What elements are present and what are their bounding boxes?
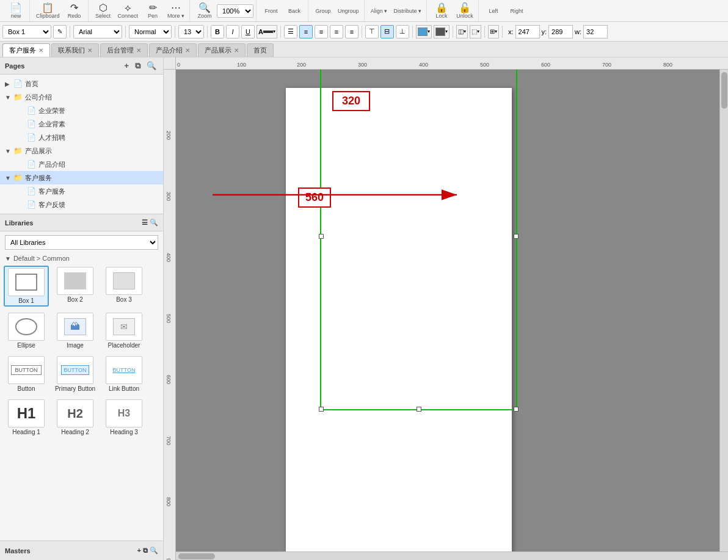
- lock-button[interactable]: 🔒 Lock: [431, 2, 453, 20]
- tree-item-home[interactable]: ▶ 📄 首页: [0, 77, 163, 90]
- tab-close-product-show[interactable]: ✕: [234, 47, 239, 54]
- fill-color-control[interactable]: ▾: [416, 25, 432, 38]
- tab-home[interactable]: 首页: [247, 43, 274, 57]
- scroll-thumb-vertical[interactable]: [721, 72, 727, 109]
- tab-close-contact-us[interactable]: ✕: [87, 47, 92, 54]
- element-properties-button[interactable]: ✎: [53, 25, 67, 38]
- tab-contact-us[interactable]: 联系我们 ✕: [51, 43, 99, 57]
- font-family-select[interactable]: Arial: [73, 25, 122, 38]
- group-button[interactable]: Group: [312, 2, 334, 20]
- coord-w-input[interactable]: [583, 25, 608, 38]
- back-button[interactable]: Back: [283, 2, 305, 20]
- new-file-button[interactable]: 📄 new: [5, 2, 27, 20]
- lib-item-link-button[interactable]: BUTTON Link Button: [101, 355, 147, 393]
- lib-menu-button[interactable]: ☰: [142, 219, 148, 226]
- lib-item-button[interactable]: BUTTON Button: [4, 355, 49, 393]
- tab-product-intro[interactable]: 产品介绍 ✕: [149, 43, 197, 57]
- valign-mid-button[interactable]: ⊟: [380, 25, 394, 38]
- lib-item-box2[interactable]: Box 2: [53, 266, 98, 307]
- element-selector[interactable]: Box 1: [2, 25, 51, 38]
- tree-item-company[interactable]: ▼ 📁 公司介绍: [0, 90, 163, 104]
- tab-product-show[interactable]: 产品展示 ✕: [198, 43, 246, 57]
- handle-bot-left[interactable]: [319, 407, 324, 412]
- masters-duplicate-button[interactable]: ⧉: [143, 547, 148, 554]
- handle-bot-center[interactable]: [417, 407, 421, 412]
- category-toggle[interactable]: ▼: [5, 255, 11, 262]
- more-button[interactable]: ⋯ More ▾: [165, 2, 187, 20]
- handle-bot-right[interactable]: [514, 407, 519, 412]
- canvas-area[interactable]: 0 100 200 300 400 500 600 700 800 200 30…: [164, 57, 728, 560]
- pen-button[interactable]: ✏ Pen: [142, 2, 164, 20]
- handle-mid-left[interactable]: [319, 234, 324, 239]
- tab-close-backend[interactable]: ✕: [136, 47, 141, 54]
- tree-item-product-intro[interactable]: 📄 产品介绍: [0, 158, 163, 171]
- lib-item-box1[interactable]: Box 1: [4, 266, 49, 307]
- zoom-button[interactable]: 🔍 Zoom: [194, 2, 216, 20]
- left-align-button[interactable]: Left: [482, 2, 504, 20]
- masters-search-button[interactable]: 🔍: [150, 547, 158, 554]
- horizontal-scrollbar[interactable]: [176, 551, 728, 560]
- tree-item-cust-service[interactable]: 📄 客户服务: [0, 184, 163, 198]
- right-align-button[interactable]: Right: [506, 2, 528, 20]
- tree-item-product-show[interactable]: ▼ 📁 产品展示: [0, 144, 163, 158]
- zoom-select[interactable]: 100% 75% 50% 150%: [217, 4, 253, 18]
- ungroup-button[interactable]: Ungroup: [335, 2, 362, 20]
- lib-item-h2[interactable]: H2 Heading 2: [53, 398, 98, 437]
- clipboard-button[interactable]: 📋 Clipboard: [34, 2, 62, 20]
- font-color-control[interactable]: A ▾: [257, 25, 277, 38]
- tree-item-company-bg[interactable]: 📄 企业背素: [0, 117, 163, 131]
- lib-item-placeholder[interactable]: ✉ Placeholder: [101, 311, 147, 350]
- scroll-thumb-horizontal[interactable]: [178, 553, 215, 559]
- tab-customer-service[interactable]: 客户服务 ✕: [2, 43, 50, 57]
- coord-x-input[interactable]: [515, 25, 540, 38]
- pages-add-button[interactable]: +: [122, 60, 131, 71]
- valign-top-button[interactable]: ⊤: [365, 25, 379, 38]
- lib-item-h1[interactable]: H1 Heading 1: [4, 398, 49, 437]
- tab-close-customer-service[interactable]: ✕: [38, 47, 43, 54]
- distribute-button[interactable]: Distribute ▾: [391, 2, 424, 20]
- tree-item-customer-service[interactable]: ▼ 📁 客户服务: [0, 171, 163, 184]
- lib-item-image[interactable]: 🏔 Image: [53, 311, 98, 350]
- unlock-button[interactable]: 🔓 Unlock: [454, 2, 476, 20]
- lib-item-ellipse[interactable]: Ellipse: [4, 311, 49, 350]
- valign-bot-button[interactable]: ⊥: [396, 25, 409, 38]
- tree-item-company-recruit[interactable]: 📄 人才招聘: [0, 131, 163, 144]
- connect-button[interactable]: ⟡ Connect: [115, 2, 141, 20]
- front-button[interactable]: Front: [260, 2, 282, 20]
- align-justify-button[interactable]: ≡: [345, 25, 359, 38]
- shadow-control[interactable]: ◫ ▾: [456, 25, 468, 38]
- style-select[interactable]: Normal: [129, 25, 172, 38]
- tree-item-cust-feedback[interactable]: 📄 客户反馈: [0, 198, 163, 211]
- tree-item-company-honor[interactable]: 📄 企业荣誉: [0, 104, 163, 117]
- align-button[interactable]: Align ▾: [368, 2, 390, 20]
- lib-item-primary-button[interactable]: BUTTON Primary Button: [53, 355, 98, 393]
- lib-search-button[interactable]: 🔍: [150, 219, 158, 226]
- lib-item-h3[interactable]: H3 Heading 3: [101, 398, 147, 437]
- masters-add-button[interactable]: +: [137, 547, 140, 554]
- vertical-scrollbar[interactable]: [719, 70, 728, 551]
- redo-button[interactable]: ↷ Redo: [64, 2, 86, 20]
- selected-element-box1[interactable]: [320, 62, 517, 410]
- lib-preview-placeholder: ✉: [106, 313, 142, 341]
- select-button[interactable]: ⬡ Select: [92, 2, 114, 20]
- bold-button[interactable]: B: [211, 25, 224, 38]
- line-color-control[interactable]: ▾: [434, 25, 450, 38]
- font-size-select[interactable]: 13: [178, 25, 204, 38]
- italic-button[interactable]: I: [226, 25, 239, 38]
- align-left-button[interactable]: ≡: [299, 25, 313, 38]
- zoom-icon: 🔍: [198, 3, 211, 13]
- align-center-button[interactable]: ≡: [315, 25, 328, 38]
- pages-search-button[interactable]: 🔍: [145, 60, 158, 71]
- libraries-dropdown[interactable]: All Libraries: [5, 235, 158, 250]
- tab-backend[interactable]: 后台管理 ✕: [100, 43, 148, 57]
- lib-item-box3[interactable]: Box 3: [101, 266, 147, 307]
- handle-mid-right[interactable]: [514, 234, 519, 239]
- align-right-button[interactable]: ≡: [330, 25, 343, 38]
- bullet-list-button[interactable]: ☰: [284, 25, 297, 38]
- underline-button[interactable]: U: [241, 25, 255, 38]
- border-control[interactable]: ⬚ ▾: [470, 25, 481, 38]
- tab-close-product-intro[interactable]: ✕: [185, 47, 190, 54]
- pages-duplicate-button[interactable]: ⧉: [133, 60, 142, 71]
- coord-y-input[interactable]: [548, 25, 573, 38]
- more-options-control[interactable]: ⊞ ▾: [488, 25, 499, 38]
